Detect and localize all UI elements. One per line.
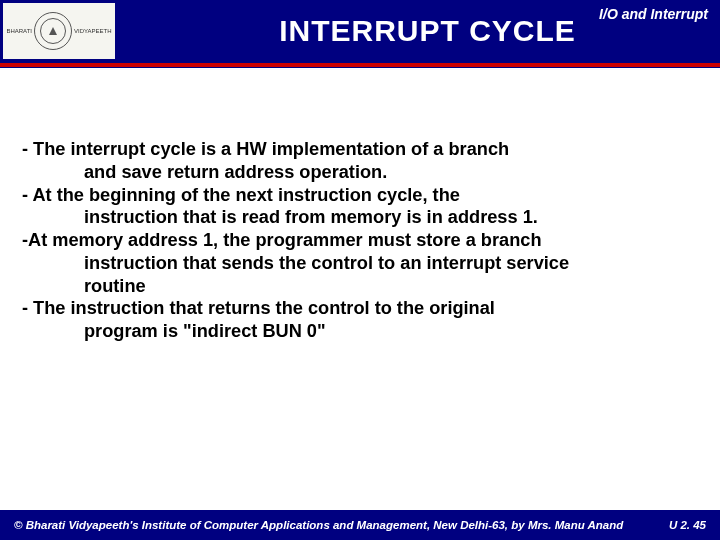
slide-title: INTERRUPT CYCLE: [279, 14, 576, 48]
body-line: instruction that is read from memory is …: [22, 206, 698, 229]
topic-label: I/O and Interrupt: [599, 6, 708, 22]
body-line: - The interrupt cycle is a HW implementa…: [22, 138, 698, 161]
slide-content: - The interrupt cycle is a HW implementa…: [0, 68, 720, 343]
footer-copyright: © Bharati Vidyapeeth's Institute of Comp…: [14, 519, 623, 531]
slide-footer: © Bharati Vidyapeeth's Institute of Comp…: [0, 510, 720, 540]
body-line: - At the beginning of the next instructi…: [22, 184, 698, 207]
body-line: routine: [22, 275, 698, 298]
institution-logo: BHARATI VIDYAPEETH: [3, 3, 115, 59]
body-line: -At memory address 1, the programmer mus…: [22, 229, 698, 252]
slide-header: BHARATI VIDYAPEETH INTERRUPT CYCLE I/O a…: [0, 0, 720, 62]
body-line: - The instruction that returns the contr…: [22, 297, 698, 320]
body-line: instruction that sends the control to an…: [22, 252, 698, 275]
body-line: program is "indirect BUN 0": [22, 320, 698, 343]
body-line: and save return address operation.: [22, 161, 698, 184]
logo-text-left: BHARATI: [6, 28, 32, 34]
footer-page-number: U 2. 45: [669, 519, 706, 531]
logo-emblem-icon: [34, 12, 72, 50]
logo-text-right: VIDYAPEETH: [74, 28, 112, 34]
